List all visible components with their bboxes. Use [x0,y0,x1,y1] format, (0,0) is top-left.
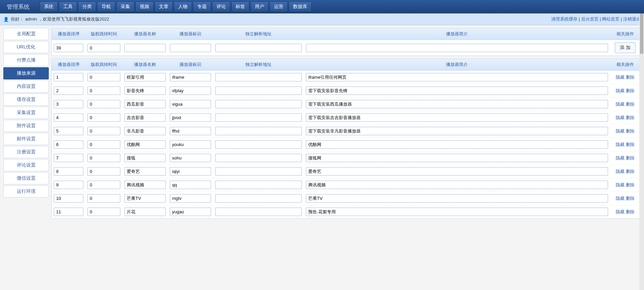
hide-link[interactable]: 隐藏 [616,182,625,187]
hide-link[interactable]: 隐藏 [616,75,625,80]
sidebar-item[interactable]: 付费点播 [3,54,49,66]
sidebar-item[interactable]: 附件设置 [3,120,49,132]
sidebar-item[interactable]: 注册设置 [3,146,49,158]
row-desc-input[interactable] [306,113,608,122]
row-url-input[interactable] [215,181,302,189]
row-sort-input[interactable] [54,127,83,135]
topnav-item[interactable]: 视频 [135,2,154,12]
row-name-input[interactable] [124,140,166,149]
sidebar-item[interactable]: 缓存设置 [3,94,49,106]
add-sort-input[interactable] [54,44,83,52]
row-ident-input[interactable] [170,181,211,189]
row-sort-input[interactable] [54,154,83,162]
sidebar-item[interactable]: 播放来源 [3,67,49,79]
hide-link[interactable]: 隐藏 [616,102,625,107]
row-desc-input[interactable] [306,100,608,108]
row-url-input[interactable] [215,73,302,81]
delete-link[interactable]: 删除 [626,75,635,80]
hide-link[interactable]: 隐藏 [616,88,625,93]
row-name-input[interactable] [124,181,166,189]
row-jump-input[interactable] [87,181,120,189]
row-sort-input[interactable] [54,100,83,108]
row-sort-input[interactable] [54,208,83,216]
row-jump-input[interactable] [87,208,120,216]
row-jump-input[interactable] [87,86,120,95]
row-ident-input[interactable] [170,86,211,95]
topnav-item[interactable]: 数据库 [289,2,312,12]
row-sort-input[interactable] [54,140,83,149]
row-name-input[interactable] [124,73,166,81]
row-ident-input[interactable] [170,100,211,108]
row-name-input[interactable] [124,127,166,135]
scrollbar[interactable] [639,13,644,224]
row-name-input[interactable] [124,194,166,203]
topnav-item[interactable]: 分类 [78,2,96,12]
hide-link[interactable]: 隐藏 [616,209,625,214]
delete-link[interactable]: 删除 [626,155,635,160]
row-desc-input[interactable] [306,86,608,95]
row-ident-input[interactable] [170,154,211,162]
delete-link[interactable]: 删除 [626,88,635,93]
row-desc-input[interactable] [306,194,608,203]
topnav-item[interactable]: 人物 [174,2,192,12]
topnav-item[interactable]: 系统 [40,2,58,12]
row-ident-input[interactable] [170,140,211,149]
topnav-item[interactable]: 采集 [116,2,134,12]
topnav-item[interactable]: 文章 [155,2,173,12]
delete-link[interactable]: 删除 [626,129,635,134]
hide-link[interactable]: 隐藏 [616,115,625,120]
row-desc-input[interactable] [306,208,608,216]
row-url-input[interactable] [215,167,302,176]
sidebar-item[interactable]: 内容设置 [3,80,49,93]
row-url-input[interactable] [215,127,302,135]
row-desc-input[interactable] [306,181,608,189]
sidebar-item[interactable]: 评论设置 [3,159,49,171]
sidebar-item[interactable]: 运行环境 [3,185,49,197]
topnav-item[interactable]: 标签 [231,2,249,12]
topnav-item[interactable]: 专题 [193,2,211,12]
row-sort-input[interactable] [54,194,83,203]
row-desc-input[interactable] [306,73,608,81]
topnav-item[interactable]: 导航 [97,2,115,12]
row-url-input[interactable] [215,100,302,108]
sidebar-item[interactable]: 采集设置 [3,107,49,119]
delete-link[interactable]: 删除 [626,102,635,107]
add-ident-input[interactable] [170,44,211,52]
delete-link[interactable]: 删除 [626,182,635,187]
row-jump-input[interactable] [87,167,120,176]
delete-link[interactable]: 删除 [626,142,635,147]
row-sort-input[interactable] [54,86,83,95]
row-name-input[interactable] [124,208,166,216]
sidebar-item[interactable]: URL优化 [3,41,49,53]
sidebar-item[interactable]: 全局配置 [3,28,49,40]
row-name-input[interactable] [124,113,166,122]
hide-link[interactable]: 隐藏 [616,196,625,201]
row-sort-input[interactable] [54,73,83,81]
row-jump-input[interactable] [87,154,120,162]
row-desc-input[interactable] [306,154,608,162]
hide-link[interactable]: 隐藏 [616,129,625,134]
topnav-item[interactable]: 用户 [250,2,269,12]
add-button[interactable]: 添 加 [615,42,636,53]
row-desc-input[interactable] [306,127,608,135]
add-url-input[interactable] [215,44,302,52]
row-jump-input[interactable] [87,73,120,81]
row-ident-input[interactable] [170,113,211,122]
row-sort-input[interactable] [54,113,83,122]
topnav-item[interactable]: 运营 [270,2,288,12]
add-jump-input[interactable] [87,44,120,52]
hide-link[interactable]: 隐藏 [616,169,625,174]
row-jump-input[interactable] [87,194,120,203]
row-ident-input[interactable] [170,194,211,203]
row-jump-input[interactable] [87,113,120,122]
link-site-home[interactable]: 网站首页 [602,16,619,22]
topnav-item[interactable]: 评论 [212,2,230,12]
row-ident-input[interactable] [170,208,211,216]
link-clear-cache[interactable]: 清理系统缓存 [551,16,577,22]
delete-link[interactable]: 删除 [626,209,635,214]
link-logout[interactable]: 注销退出 [623,16,641,22]
row-name-input[interactable] [124,154,166,162]
link-admin-home[interactable]: 后台首页 [581,16,599,22]
delete-link[interactable]: 删除 [626,115,635,120]
row-url-input[interactable] [215,208,302,216]
